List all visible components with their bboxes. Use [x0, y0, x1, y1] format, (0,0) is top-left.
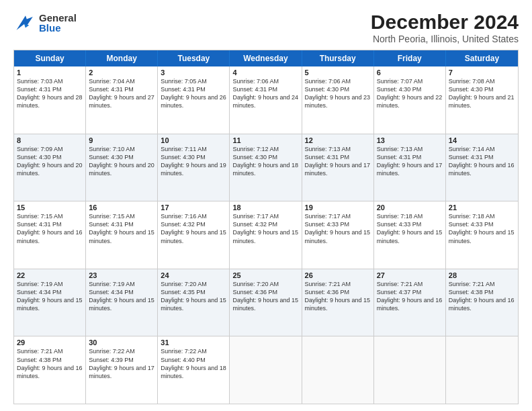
day-number: 23	[89, 271, 154, 279]
day-number: 2	[89, 68, 154, 77]
calendar-cell	[446, 336, 518, 404]
day-number: 21	[449, 203, 515, 212]
day-number: 7	[449, 68, 515, 77]
calendar-cell: 18Sunrise: 7:17 AMSunset: 4:32 PMDayligh…	[230, 201, 302, 269]
logo-text: General Blue	[39, 13, 77, 33]
header-wednesday: Wednesday	[230, 50, 302, 66]
calendar-body: 1Sunrise: 7:03 AMSunset: 4:31 PMDaylight…	[14, 66, 518, 404]
calendar-row: 8Sunrise: 7:09 AMSunset: 4:30 PMDaylight…	[14, 134, 518, 201]
day-number: 22	[17, 271, 83, 279]
cell-info: Sunrise: 7:20 AMSunset: 4:36 PMDaylight:…	[232, 280, 298, 313]
calendar-cell: 9Sunrise: 7:10 AMSunset: 4:30 PMDaylight…	[86, 134, 158, 201]
calendar: Sunday Monday Tuesday Wednesday Thursday…	[13, 50, 519, 404]
logo: General Blue	[13, 11, 77, 35]
cell-info: Sunrise: 7:13 AMSunset: 4:31 PMDaylight:…	[377, 145, 443, 178]
cell-info: Sunrise: 7:15 AMSunset: 4:31 PMDaylight:…	[17, 212, 83, 245]
calendar-cell: 30Sunrise: 7:22 AMSunset: 4:39 PMDayligh…	[86, 336, 158, 404]
cell-info: Sunrise: 7:09 AMSunset: 4:30 PMDaylight:…	[17, 145, 83, 178]
calendar-cell: 16Sunrise: 7:15 AMSunset: 4:31 PMDayligh…	[86, 201, 158, 269]
cell-info: Sunrise: 7:21 AMSunset: 4:38 PMDaylight:…	[449, 280, 515, 313]
calendar-cell: 17Sunrise: 7:16 AMSunset: 4:32 PMDayligh…	[158, 201, 230, 269]
cell-info: Sunrise: 7:10 AMSunset: 4:30 PMDaylight:…	[89, 145, 154, 178]
cell-info: Sunrise: 7:08 AMSunset: 4:30 PMDaylight:…	[449, 77, 515, 110]
day-number: 14	[449, 136, 515, 144]
day-number: 24	[161, 271, 226, 279]
calendar-row: 22Sunrise: 7:19 AMSunset: 4:34 PMDayligh…	[14, 269, 518, 336]
calendar-cell: 22Sunrise: 7:19 AMSunset: 4:34 PMDayligh…	[14, 269, 86, 336]
calendar-cell: 7Sunrise: 7:08 AMSunset: 4:30 PMDaylight…	[446, 66, 518, 134]
calendar-cell: 5Sunrise: 7:06 AMSunset: 4:30 PMDaylight…	[302, 66, 374, 134]
calendar-cell: 14Sunrise: 7:14 AMSunset: 4:31 PMDayligh…	[446, 134, 518, 201]
calendar-row: 15Sunrise: 7:15 AMSunset: 4:31 PMDayligh…	[14, 201, 518, 269]
day-number: 15	[17, 203, 83, 212]
calendar-cell: 21Sunrise: 7:18 AMSunset: 4:33 PMDayligh…	[446, 201, 518, 269]
cell-info: Sunrise: 7:21 AMSunset: 4:37 PMDaylight:…	[377, 280, 443, 313]
header-saturday: Saturday	[446, 50, 518, 66]
calendar-cell: 20Sunrise: 7:18 AMSunset: 4:33 PMDayligh…	[374, 201, 446, 269]
day-number: 3	[161, 68, 226, 77]
calendar-cell: 27Sunrise: 7:21 AMSunset: 4:37 PMDayligh…	[374, 269, 446, 336]
day-number: 31	[161, 338, 226, 347]
header: General Blue December 2024 North Peoria,…	[13, 11, 519, 44]
cell-info: Sunrise: 7:21 AMSunset: 4:36 PMDaylight:…	[305, 280, 371, 313]
calendar-cell: 1Sunrise: 7:03 AMSunset: 4:31 PMDaylight…	[14, 66, 86, 134]
logo-general: General	[39, 13, 77, 23]
day-number: 16	[89, 203, 154, 212]
calendar-row: 29Sunrise: 7:21 AMSunset: 4:38 PMDayligh…	[14, 336, 518, 404]
day-number: 17	[161, 203, 226, 212]
cell-info: Sunrise: 7:19 AMSunset: 4:34 PMDaylight:…	[17, 280, 83, 313]
day-number: 27	[377, 271, 443, 279]
calendar-cell: 12Sunrise: 7:13 AMSunset: 4:31 PMDayligh…	[302, 134, 374, 201]
title-area: December 2024 North Peoria, Illinois, Un…	[371, 11, 519, 44]
day-number: 6	[377, 68, 443, 77]
cell-info: Sunrise: 7:16 AMSunset: 4:32 PMDaylight:…	[161, 212, 226, 245]
cell-info: Sunrise: 7:22 AMSunset: 4:39 PMDaylight:…	[89, 347, 154, 380]
cell-info: Sunrise: 7:05 AMSunset: 4:31 PMDaylight:…	[161, 77, 226, 110]
day-number: 26	[305, 271, 371, 279]
day-number: 8	[17, 136, 83, 144]
day-number: 19	[305, 203, 371, 212]
calendar-cell: 26Sunrise: 7:21 AMSunset: 4:36 PMDayligh…	[302, 269, 374, 336]
day-number: 9	[89, 136, 154, 144]
cell-info: Sunrise: 7:17 AMSunset: 4:32 PMDaylight:…	[232, 212, 298, 245]
main-title: December 2024	[371, 11, 519, 34]
calendar-cell: 29Sunrise: 7:21 AMSunset: 4:38 PMDayligh…	[14, 336, 86, 404]
calendar-cell: 31Sunrise: 7:22 AMSunset: 4:40 PMDayligh…	[158, 336, 230, 404]
cell-info: Sunrise: 7:17 AMSunset: 4:33 PMDaylight:…	[305, 212, 371, 245]
calendar-row: 1Sunrise: 7:03 AMSunset: 4:31 PMDaylight…	[14, 66, 518, 134]
cell-info: Sunrise: 7:06 AMSunset: 4:30 PMDaylight:…	[305, 77, 371, 110]
header-tuesday: Tuesday	[158, 50, 230, 66]
day-number: 29	[17, 338, 83, 347]
cell-info: Sunrise: 7:18 AMSunset: 4:33 PMDaylight:…	[449, 212, 515, 245]
header-friday: Friday	[374, 50, 446, 66]
calendar-cell: 13Sunrise: 7:13 AMSunset: 4:31 PMDayligh…	[374, 134, 446, 201]
cell-info: Sunrise: 7:19 AMSunset: 4:34 PMDaylight:…	[89, 280, 154, 313]
day-number: 20	[377, 203, 443, 212]
calendar-cell: 8Sunrise: 7:09 AMSunset: 4:30 PMDaylight…	[14, 134, 86, 201]
calendar-cell: 3Sunrise: 7:05 AMSunset: 4:31 PMDaylight…	[158, 66, 230, 134]
svg-marker-0	[17, 15, 33, 30]
day-number: 25	[232, 271, 298, 279]
day-number: 5	[305, 68, 371, 77]
calendar-cell: 25Sunrise: 7:20 AMSunset: 4:36 PMDayligh…	[230, 269, 302, 336]
logo-blue: Blue	[39, 23, 77, 33]
header-sunday: Sunday	[14, 50, 86, 66]
day-number: 30	[89, 338, 154, 347]
day-number: 12	[305, 136, 371, 144]
cell-info: Sunrise: 7:06 AMSunset: 4:31 PMDaylight:…	[232, 77, 298, 110]
page: General Blue December 2024 North Peoria,…	[0, 0, 532, 411]
calendar-cell: 24Sunrise: 7:20 AMSunset: 4:35 PMDayligh…	[158, 269, 230, 336]
day-number: 18	[232, 203, 298, 212]
calendar-cell: 15Sunrise: 7:15 AMSunset: 4:31 PMDayligh…	[14, 201, 86, 269]
calendar-cell: 6Sunrise: 7:07 AMSunset: 4:30 PMDaylight…	[374, 66, 446, 134]
cell-info: Sunrise: 7:22 AMSunset: 4:40 PMDaylight:…	[161, 347, 226, 380]
calendar-cell: 2Sunrise: 7:04 AMSunset: 4:31 PMDaylight…	[86, 66, 158, 134]
header-thursday: Thursday	[302, 50, 374, 66]
logo-icon	[13, 11, 38, 35]
calendar-cell: 10Sunrise: 7:11 AMSunset: 4:30 PMDayligh…	[158, 134, 230, 201]
cell-info: Sunrise: 7:12 AMSunset: 4:30 PMDaylight:…	[232, 145, 298, 178]
day-number: 1	[17, 68, 83, 77]
cell-info: Sunrise: 7:04 AMSunset: 4:31 PMDaylight:…	[89, 77, 154, 110]
calendar-cell	[302, 336, 374, 404]
cell-info: Sunrise: 7:21 AMSunset: 4:38 PMDaylight:…	[17, 347, 83, 380]
